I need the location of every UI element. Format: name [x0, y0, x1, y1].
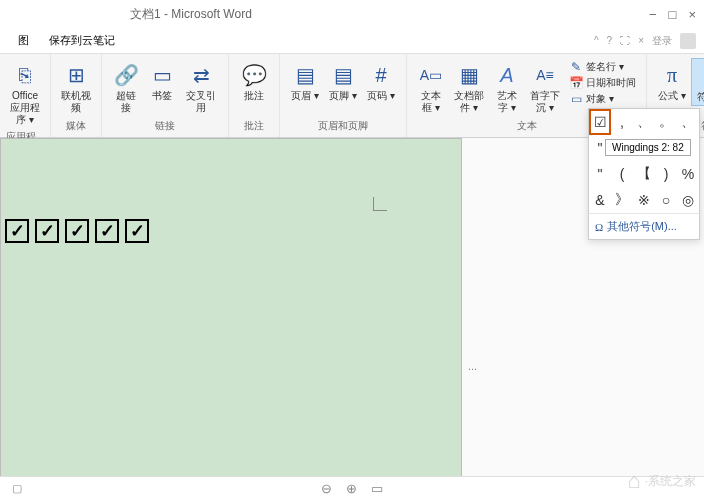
checkbox-row: ✓ ✓ ✓ ✓ ✓: [5, 219, 149, 243]
more-symbols-button[interactable]: Ω 其他符号(M)...: [589, 213, 699, 239]
symbols-row: & 》 ※ ○ ◎: [589, 187, 699, 213]
fullscreen-icon[interactable]: ⛶: [620, 35, 630, 46]
symbol-cell[interactable]: ): [655, 161, 677, 187]
dropcap-icon: A≡: [530, 60, 560, 90]
crossref-button[interactable]: ⇄交叉引用: [180, 58, 222, 116]
ribbon-group-apps: ⎘Office 应用程序 ▾ 应用程序: [0, 54, 51, 137]
doc-parts-button[interactable]: ▦文档部件 ▾: [449, 58, 489, 116]
video-icon: ⊞: [61, 60, 91, 90]
symbol-tooltip: Wingdings 2: 82: [605, 139, 691, 156]
checkbox-symbol: ✓: [5, 219, 29, 243]
symbol-cell[interactable]: ,: [611, 109, 633, 135]
object-icon: ▭: [569, 92, 583, 106]
hyperlink-button[interactable]: 🔗超链接: [108, 58, 144, 116]
symbol-cell[interactable]: 、: [633, 109, 655, 135]
page-number-icon: #: [366, 60, 396, 90]
wordart-button[interactable]: A艺术字 ▾: [489, 58, 525, 116]
symbol-cell[interactable]: 【: [633, 161, 655, 187]
bookmark-icon: ▭: [147, 60, 177, 90]
omega-icon: Ω: [696, 61, 704, 91]
zoom-in-button[interactable]: ⊕: [346, 481, 357, 496]
object-button[interactable]: ▭对象 ▾: [569, 92, 636, 106]
comment-button[interactable]: 💬批注: [235, 58, 273, 104]
datetime-button[interactable]: 📅日期和时间: [569, 76, 636, 90]
group-label: 文本: [517, 117, 537, 133]
group-label: 页眉和页脚: [318, 117, 368, 133]
ribbon-controls: ^ ? ⛶ × 登录: [594, 33, 696, 49]
checkbox-symbol: ✓: [95, 219, 119, 243]
menu-bar: 图 保存到云笔记 ^ ? ⛶ × 登录: [0, 28, 704, 54]
menu-item-save-cloud[interactable]: 保存到云笔记: [39, 29, 125, 52]
display-icon[interactable]: ▢: [12, 482, 22, 495]
symbol-cell[interactable]: %: [677, 161, 699, 187]
checkbox-symbol: ✓: [65, 219, 89, 243]
equation-button[interactable]: π公式 ▾: [653, 58, 691, 104]
calendar-icon: 📅: [569, 76, 583, 90]
page-number-button[interactable]: #页码 ▾: [362, 58, 400, 104]
collapse-ribbon-icon[interactable]: ^: [594, 35, 599, 46]
symbols-dropdown-panel: ☑ , 、 。 、 Wingdings 2: 82 " " " ( 【 ) % …: [588, 108, 700, 240]
house-icon: ⌂: [627, 468, 640, 494]
status-bar: ▢ ⊖ ⊕ ▭: [0, 476, 704, 500]
signature-button[interactable]: ✎签名行 ▾: [569, 60, 636, 74]
window-title: 文档1 - Microsoft Word: [130, 6, 252, 23]
document-page[interactable]: ✓ ✓ ✓ ✓ ✓: [0, 138, 462, 478]
checkbox-symbol: ✓: [35, 219, 59, 243]
menu-item-view[interactable]: 图: [8, 29, 39, 52]
symbol-cell[interactable]: 。: [655, 109, 677, 135]
window-controls: − □ ×: [649, 7, 696, 22]
watermark: ⌂ ·系统之家: [627, 468, 696, 494]
close-doc-icon[interactable]: ×: [638, 35, 644, 46]
group-label: 媒体: [66, 117, 86, 133]
text-small-buttons: ✎签名行 ▾ 📅日期和时间 ▭对象 ▾: [565, 58, 640, 108]
bookmark-button[interactable]: ▭书签: [144, 58, 180, 104]
close-button[interactable]: ×: [688, 7, 696, 22]
online-video-button[interactable]: ⊞联机视频: [57, 58, 95, 116]
symbol-cell[interactable]: 》: [611, 187, 633, 213]
symbols-row: " ( 【 ) %: [589, 161, 699, 187]
header-button[interactable]: ▤页眉 ▾: [286, 58, 324, 104]
fit-button[interactable]: ▭: [371, 481, 383, 496]
comment-icon: 💬: [239, 60, 269, 90]
symbol-cell[interactable]: &: [589, 187, 611, 213]
zoom-out-button[interactable]: ⊖: [321, 481, 332, 496]
login-link[interactable]: 登录: [652, 34, 672, 48]
symbol-button[interactable]: Ω符号 ▾: [691, 58, 704, 106]
status-left: ▢: [12, 482, 22, 495]
crossref-icon: ⇄: [186, 60, 216, 90]
help-icon[interactable]: ?: [607, 35, 613, 46]
symbol-cell[interactable]: ※: [633, 187, 655, 213]
symbol-cell[interactable]: (: [611, 161, 633, 187]
symbol-checkbox[interactable]: ☑: [589, 109, 611, 135]
ribbon-group-media: ⊞联机视频 媒体: [51, 54, 102, 137]
group-label: 批注: [244, 117, 264, 133]
avatar-icon[interactable]: [680, 33, 696, 49]
status-center: ⊖ ⊕ ▭: [321, 481, 383, 496]
group-label: 链接: [155, 117, 175, 133]
maximize-button[interactable]: □: [669, 7, 677, 22]
omega-icon: Ω: [595, 221, 603, 233]
header-icon: ▤: [290, 60, 320, 90]
textbox-button[interactable]: A▭文本框 ▾: [413, 58, 449, 116]
symbol-cell[interactable]: ◎: [677, 187, 699, 213]
footer-icon: ▤: [328, 60, 358, 90]
ribbon-group-comments: 💬批注 批注: [229, 54, 280, 137]
symbol-cell[interactable]: ○: [655, 187, 677, 213]
link-icon: 🔗: [111, 60, 141, 90]
textbox-icon: A▭: [416, 60, 446, 90]
page-more-indicator: ...: [468, 360, 477, 372]
signature-icon: ✎: [569, 60, 583, 74]
apps-icon: ⎘: [10, 60, 40, 90]
symbol-cell[interactable]: ": [589, 161, 611, 187]
ribbon-group-links: 🔗超链接 ▭书签 ⇄交叉引用 链接: [102, 54, 229, 137]
minimize-button[interactable]: −: [649, 7, 657, 22]
checkbox-symbol: ✓: [125, 219, 149, 243]
dropcap-button[interactable]: A≡首字下沉 ▾: [525, 58, 565, 116]
footer-button[interactable]: ▤页脚 ▾: [324, 58, 362, 104]
symbols-row: ☑ , 、 。 、: [589, 109, 699, 135]
office-apps-button[interactable]: ⎘Office 应用程序 ▾: [6, 58, 44, 128]
pi-icon: π: [657, 60, 687, 90]
title-bar: 文档1 - Microsoft Word − □ ×: [0, 0, 704, 28]
cursor-mark: [373, 197, 387, 211]
symbol-cell[interactable]: 、: [677, 109, 699, 135]
